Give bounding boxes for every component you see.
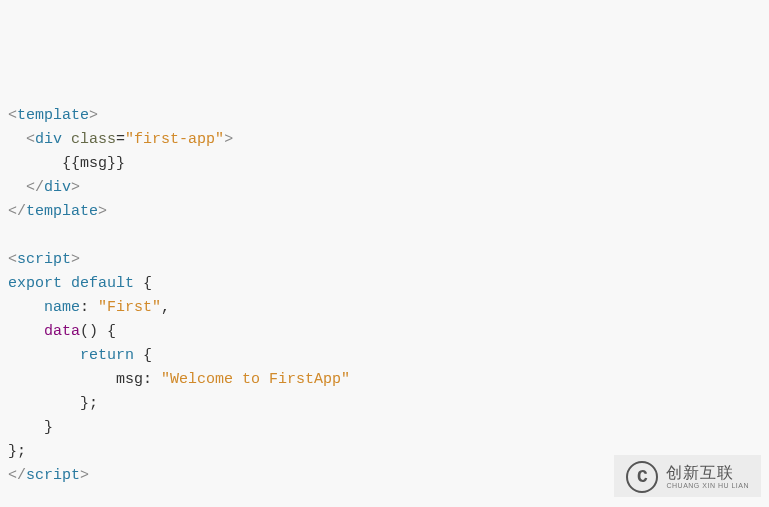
watermark-sub: CHUANG XIN HU LIAN (666, 482, 749, 490)
watermark-logo-letter: C (637, 463, 648, 492)
watermark: C 创新互联 CHUANG XIN HU LIAN (614, 455, 761, 497)
paren-brace: () { (80, 323, 116, 340)
tag-bracket: > (224, 131, 233, 148)
watermark-main: 创新互联 (666, 464, 749, 482)
keyword-export: export (8, 275, 62, 292)
tag-name: div (44, 179, 71, 196)
colon: : (80, 299, 98, 316)
tag-bracket: </ (8, 467, 26, 484)
mustache-expression: {{msg}} (62, 155, 125, 172)
space (62, 131, 71, 148)
tag-name: template (17, 107, 89, 124)
tag-bracket: > (89, 107, 98, 124)
keyword-return: return (80, 347, 134, 364)
attr-value: "first-app" (125, 131, 224, 148)
indent (8, 131, 26, 148)
tag-bracket: < (8, 107, 17, 124)
brace: { (134, 275, 152, 292)
indent (8, 347, 80, 364)
close-brace: }; (80, 395, 98, 412)
property-name: name (44, 299, 80, 316)
space (62, 275, 71, 292)
tag-bracket: > (71, 179, 80, 196)
watermark-text: 创新互联 CHUANG XIN HU LIAN (666, 464, 749, 489)
tag-name: div (35, 131, 62, 148)
close-brace: } (44, 419, 53, 436)
colon: : (143, 371, 161, 388)
comma: , (161, 299, 170, 316)
close-brace: }; (8, 443, 26, 460)
tag-name: script (26, 467, 80, 484)
property-name: msg (116, 371, 143, 388)
indent (8, 299, 44, 316)
equals: = (116, 131, 125, 148)
code-block: <template> <div class="first-app"> {{msg… (8, 104, 761, 507)
keyword-default: default (71, 275, 134, 292)
indent (8, 155, 62, 172)
tag-bracket: < (26, 131, 35, 148)
indent (8, 419, 44, 436)
tag-name: template (26, 203, 98, 220)
string-value: "Welcome to FirstApp" (161, 371, 350, 388)
tag-name: script (17, 251, 71, 268)
tag-bracket: > (71, 251, 80, 268)
tag-bracket: > (98, 203, 107, 220)
tag-bracket: < (8, 251, 17, 268)
tag-bracket: > (80, 467, 89, 484)
indent (8, 371, 116, 388)
attr-name: class (71, 131, 116, 148)
tag-bracket: </ (26, 179, 44, 196)
method-name: data (44, 323, 80, 340)
indent (8, 179, 26, 196)
indent (8, 323, 44, 340)
watermark-logo-icon: C (626, 461, 658, 493)
tag-bracket: </ (8, 203, 26, 220)
brace: { (134, 347, 152, 364)
string-value: "First" (98, 299, 161, 316)
indent (8, 395, 80, 412)
